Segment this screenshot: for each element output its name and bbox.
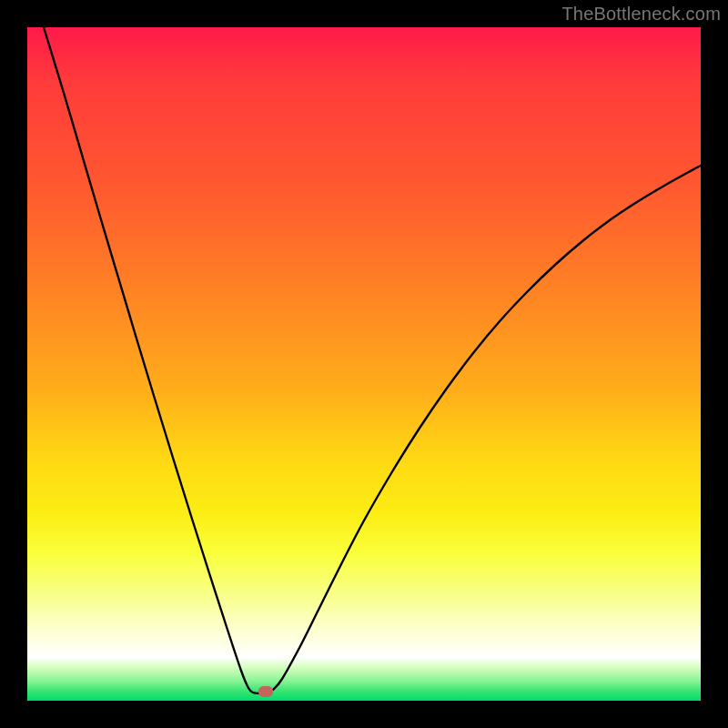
plot-area (27, 27, 701, 701)
marker-dot (258, 686, 273, 697)
chart-frame: TheBottleneck.com (0, 0, 728, 728)
bottleneck-curve (44, 27, 701, 693)
watermark-text: TheBottleneck.com (561, 4, 721, 25)
curve-svg (27, 27, 701, 701)
